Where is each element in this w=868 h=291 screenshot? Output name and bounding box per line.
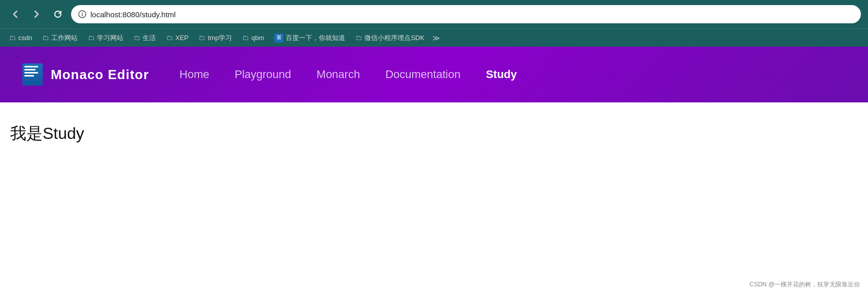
browser-chrome: localhost:8080/study.html 🗀 csdn 🗀 工作网站 … — [0, 0, 868, 47]
bookmark-csdn[interactable]: 🗀 csdn — [5, 32, 36, 43]
bookmark-label: 百度一下，你就知道 — [286, 33, 345, 43]
bookmark-label: 微信小程序埋点SDK — [364, 33, 424, 43]
browser-toolbar: localhost:8080/study.html — [0, 0, 868, 28]
bookmarks-overflow-icon[interactable]: ≫ — [430, 33, 442, 43]
bookmark-label: 学习网站 — [97, 33, 123, 43]
bookmark-study[interactable]: 🗀 学习网站 — [84, 32, 127, 44]
app-title: Monaco Editor — [51, 67, 149, 83]
nav-study[interactable]: Study — [486, 68, 517, 81]
folder-icon: 🗀 — [88, 34, 94, 42]
bookmark-qbm[interactable]: 🗀 qbm — [238, 32, 268, 43]
app-header: Monaco Editor Home Playground Monarch Do… — [0, 47, 868, 102]
nav-documentation[interactable]: Documentation — [385, 68, 460, 81]
url-display: localhost:8080/study.html — [90, 10, 176, 19]
address-bar[interactable]: localhost:8080/study.html — [71, 5, 861, 23]
bookmark-label: csdn — [18, 34, 32, 42]
forward-button[interactable] — [28, 6, 45, 22]
nav-playground[interactable]: Playground — [235, 68, 291, 81]
folder-icon: 🗀 — [166, 34, 173, 42]
bookmarks-bar: 🗀 csdn 🗀 工作网站 🗀 学习网站 🗀 生活 🗀 XEP 🗀 tmp学习 … — [0, 28, 868, 47]
back-button[interactable] — [7, 6, 23, 22]
bookmark-label: 生活 — [143, 33, 156, 43]
nav-monarch[interactable]: Monarch — [317, 68, 360, 81]
bookmark-xep[interactable]: 🗀 XEP — [162, 32, 192, 43]
folder-icon: 🗀 — [242, 34, 249, 42]
folder-icon: 🗀 — [42, 34, 49, 42]
folder-icon: 🗀 — [198, 34, 205, 42]
app-nav: Home Playground Monarch Documentation St… — [180, 68, 517, 81]
folder-icon: 🗀 — [133, 34, 140, 42]
bookmark-life[interactable]: 🗀 生活 — [129, 32, 160, 44]
url-text: localhost:8080/study.html — [90, 10, 176, 19]
bookmark-work[interactable]: 🗀 工作网站 — [38, 32, 82, 44]
bookmark-tmpstudy[interactable]: 🗀 tmp学习 — [194, 32, 236, 44]
bookmark-label: 工作网站 — [51, 33, 78, 43]
folder-icon: 🗀 — [9, 34, 16, 42]
nav-home[interactable]: Home — [180, 68, 210, 81]
page-heading: 我是Study — [10, 123, 858, 145]
bookmark-baidu[interactable]: 百 百度一下，你就知道 — [270, 32, 349, 44]
logo-icon — [20, 62, 45, 87]
app-logo[interactable]: Monaco Editor — [20, 62, 149, 87]
folder-icon: 🗀 — [355, 34, 362, 42]
info-icon — [78, 10, 86, 18]
page-content: 我是Study — [0, 102, 868, 254]
bookmark-label: tmp学习 — [208, 33, 232, 43]
bookmark-label: XEP — [175, 34, 188, 42]
baidu-icon: 百 — [274, 33, 283, 43]
bookmark-label: qbm — [251, 34, 264, 42]
reload-button[interactable] — [50, 6, 66, 22]
bookmark-wechat[interactable]: 🗀 微信小程序埋点SDK — [351, 32, 428, 44]
